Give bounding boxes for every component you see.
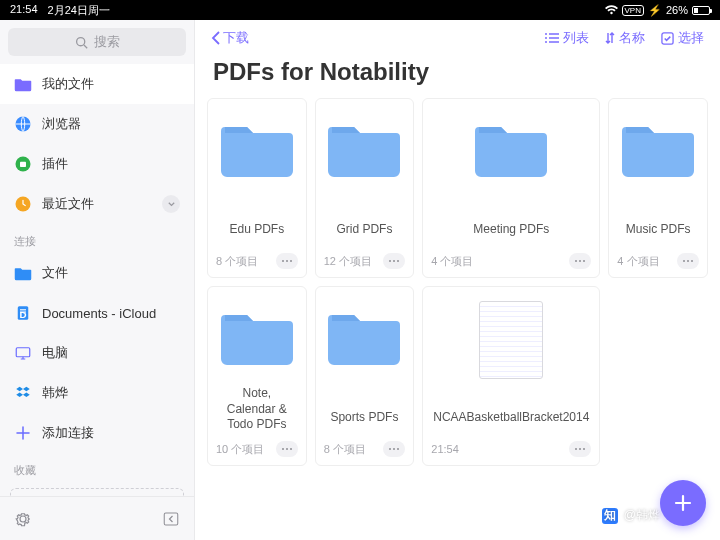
folder-icon	[475, 121, 547, 179]
sort-name-button[interactable]: 名称	[605, 29, 645, 47]
sidebar-item-label: 浏览器	[42, 115, 81, 133]
section-favorites: 收藏	[0, 453, 194, 482]
more-button[interactable]	[569, 253, 591, 269]
zhihu-icon: 知	[602, 508, 618, 524]
watermark-user: @韩烨	[624, 507, 660, 524]
sidebar-item-puzzle[interactable]: 插件	[0, 144, 194, 184]
view-list-button[interactable]: 列表	[545, 29, 589, 47]
svg-rect-11	[164, 513, 178, 525]
status-time: 21:54	[10, 3, 38, 18]
status-bar: 21:54 2月24日周一 VPN ⚡ 26%	[0, 0, 720, 20]
charge-icon: ⚡	[648, 4, 662, 17]
card-meta: 8 个项目	[324, 442, 366, 457]
sidebar-conn-folder-solid[interactable]: 文件	[0, 253, 194, 293]
sidebar: 搜索 我的文件浏览器插件最近文件 连接 文件DDocuments - iClou…	[0, 20, 195, 540]
section-connections: 连接	[0, 224, 194, 253]
collapse-sidebar-icon[interactable]	[162, 510, 180, 528]
folder-icon	[328, 309, 400, 367]
file-card[interactable]: NCAABasketballBracket201421:54	[422, 286, 600, 466]
sidebar-item-label: 插件	[42, 155, 68, 173]
chevron-down-icon[interactable]	[162, 195, 180, 213]
sidebar-item-label: 最近文件	[42, 195, 94, 213]
svg-rect-10	[16, 348, 30, 357]
card-meta: 10 个项目	[216, 442, 264, 457]
card-name: Meeting PDFs	[471, 215, 551, 245]
vpn-badge: VPN	[622, 5, 644, 16]
card-meta: 8 个项目	[216, 254, 258, 269]
more-button[interactable]	[276, 253, 298, 269]
more-button[interactable]	[569, 441, 591, 457]
more-button[interactable]	[677, 253, 699, 269]
card-name: Music PDFs	[624, 215, 693, 245]
file-card[interactable]: Sports PDFs8 个项目	[315, 286, 415, 466]
sidebar-conn-plus[interactable]: 添加连接	[0, 413, 194, 453]
doc-icon: D	[14, 304, 32, 322]
sidebar-item-label: Documents - iCloud	[42, 306, 156, 321]
file-card[interactable]: Note, Calendar & Todo PDFs10 个项目	[207, 286, 307, 466]
more-button[interactable]	[383, 253, 405, 269]
card-name: Grid PDFs	[334, 215, 394, 245]
file-card[interactable]: Grid PDFs12 个项目	[315, 98, 415, 278]
dropbox-icon	[14, 384, 32, 402]
search-input[interactable]: 搜索	[8, 28, 186, 56]
svg-point-0	[76, 37, 84, 45]
watermark: 知 @韩烨	[602, 507, 660, 524]
folder-icon	[221, 121, 293, 179]
card-name: NCAABasketballBracket2014	[431, 403, 591, 433]
sidebar-item-label: 韩烨	[42, 384, 68, 402]
puzzle-icon	[14, 155, 32, 173]
check-icon	[661, 32, 674, 45]
card-meta: 21:54	[431, 443, 459, 455]
globe-icon	[14, 115, 32, 133]
folder-icon	[328, 121, 400, 179]
wifi-icon	[605, 5, 618, 15]
favorites-dropzone[interactable]: 将文件或文件夹拖放至此即可将其添加到收藏列表	[10, 488, 184, 496]
desktop-icon	[14, 344, 32, 362]
sidebar-item-label: 文件	[42, 264, 68, 282]
content: 下载 列表 名称 选择 PDFs for Notability Edu PDFs…	[195, 20, 720, 540]
card-name: Note, Calendar & Todo PDFs	[216, 386, 298, 433]
card-meta: 12 个项目	[324, 254, 372, 269]
sidebar-item-label: 电脑	[42, 344, 68, 362]
sidebar-conn-desktop[interactable]: 电脑	[0, 333, 194, 373]
card-name: Sports PDFs	[328, 403, 400, 433]
page-title: PDFs for Notability	[195, 56, 720, 98]
sidebar-conn-doc[interactable]: DDocuments - iCloud	[0, 293, 194, 333]
sidebar-item-label: 添加连接	[42, 424, 94, 442]
sort-icon	[605, 32, 615, 44]
card-name: Edu PDFs	[227, 215, 286, 245]
document-icon	[479, 301, 543, 379]
back-label: 下载	[223, 29, 249, 47]
list-icon	[545, 32, 559, 44]
search-icon	[75, 36, 88, 49]
back-button[interactable]: 下载	[211, 29, 249, 47]
file-card[interactable]: Music PDFs4 个项目	[608, 98, 708, 278]
file-card[interactable]: Meeting PDFs4 个项目	[422, 98, 600, 278]
sidebar-item-clock[interactable]: 最近文件	[0, 184, 194, 224]
select-button[interactable]: 选择	[661, 29, 704, 47]
more-button[interactable]	[383, 441, 405, 457]
svg-text:D: D	[19, 309, 26, 320]
battery-icon	[692, 6, 710, 15]
status-date: 2月24日周一	[48, 3, 110, 18]
settings-icon[interactable]	[14, 510, 32, 528]
card-meta: 4 个项目	[617, 254, 659, 269]
folder-icon	[14, 75, 32, 93]
file-grid: Edu PDFs8 个项目Grid PDFs12 个项目Meeting PDFs…	[195, 98, 720, 540]
svg-point-12	[545, 33, 547, 35]
plus-icon	[14, 424, 32, 442]
file-card[interactable]: Edu PDFs8 个项目	[207, 98, 307, 278]
folder-icon	[622, 121, 694, 179]
sidebar-item-label: 我的文件	[42, 75, 94, 93]
svg-rect-4	[20, 162, 26, 167]
folder-icon	[221, 309, 293, 367]
sidebar-item-folder[interactable]: 我的文件	[0, 64, 194, 104]
svg-line-1	[83, 44, 86, 47]
battery-pct: 26%	[666, 4, 688, 16]
more-button[interactable]	[276, 441, 298, 457]
svg-point-13	[545, 37, 547, 39]
add-fab[interactable]	[660, 480, 706, 526]
chevron-left-icon	[211, 31, 221, 45]
sidebar-item-globe[interactable]: 浏览器	[0, 104, 194, 144]
sidebar-conn-dropbox[interactable]: 韩烨	[0, 373, 194, 413]
